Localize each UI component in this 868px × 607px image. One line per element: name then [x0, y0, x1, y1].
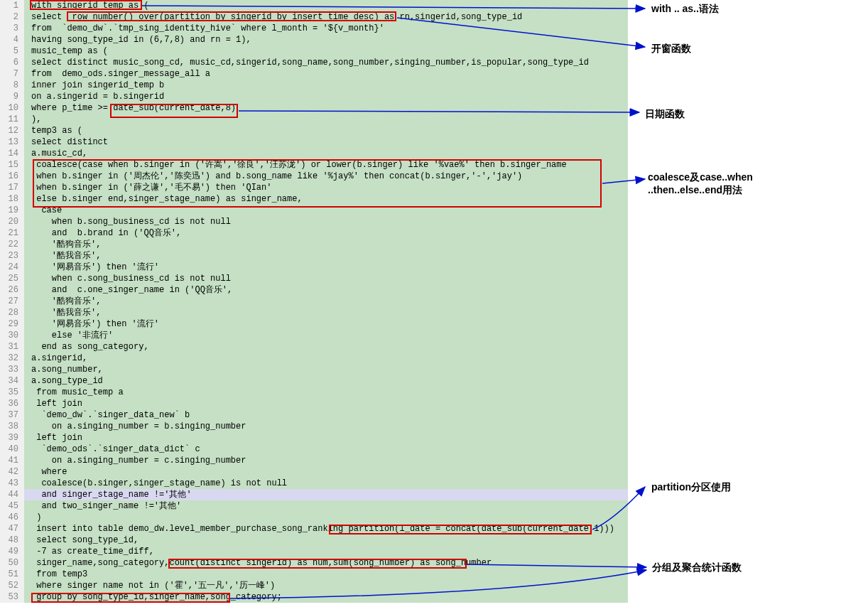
code-line[interactable]: 25 when c.song_business_cd is not null: [0, 273, 628, 284]
code-text[interactable]: left join: [24, 432, 628, 444]
code-line[interactable]: 23 '酷我音乐',: [0, 250, 628, 262]
code-text[interactable]: else '非流行': [24, 330, 628, 341]
code-line[interactable]: 50 singer_name,song_category,count(disti…: [0, 557, 628, 569]
code-text[interactable]: select distinct: [24, 136, 628, 148]
code-text[interactable]: from music_temp a: [24, 387, 628, 398]
code-text[interactable]: '酷狗音乐',: [24, 239, 628, 250]
code-text[interactable]: music_temp as (: [24, 45, 628, 57]
code-text[interactable]: '酷我音乐',: [24, 250, 628, 262]
code-text[interactable]: else b.singer end,singer_stage_name) as …: [24, 193, 628, 205]
code-text[interactable]: and singer_stage_name !='其他': [24, 489, 628, 500]
code-line[interactable]: 9on a.singerid = b.singerid: [0, 91, 628, 102]
code-text[interactable]: insert into table demo_dw.level_member_p…: [24, 523, 628, 535]
code-text[interactable]: having song_type_id in (6,7,8) and rn = …: [24, 34, 628, 45]
code-text[interactable]: where singer name not in ('霍','五一凡','历一峰…: [24, 580, 628, 591]
code-text[interactable]: a.singerid,: [24, 353, 628, 364]
code-line[interactable]: 28 '酷我音乐',: [0, 307, 628, 318]
code-text[interactable]: from demo_ods.singer_message_all a: [24, 68, 628, 80]
code-line[interactable]: 16 when b.singer in ('周杰伦','陈奕迅') and b.…: [0, 171, 628, 182]
code-line[interactable]: 40 `demo_ods`.`singer_data_dict` c: [0, 444, 628, 455]
code-line[interactable]: 44 and singer_stage_name !='其他': [0, 489, 628, 500]
code-line[interactable]: 48 select song_type_id,: [0, 535, 628, 546]
code-text[interactable]: '网易音乐') then '流行': [24, 262, 628, 273]
code-text[interactable]: left join: [24, 398, 628, 409]
code-text[interactable]: and two_singer_name !='其他': [24, 500, 628, 512]
code-line[interactable]: 27 '酷狗音乐',: [0, 296, 628, 307]
code-line[interactable]: 33a.song_number,: [0, 364, 628, 375]
code-text[interactable]: group by song_type_id,singer_name,song_c…: [24, 591, 628, 603]
code-line[interactable]: 41 on a.singing_number = c.singing_numbe…: [0, 455, 628, 466]
code-line[interactable]: 47 insert into table demo_dw.level_membe…: [0, 523, 628, 535]
code-line[interactable]: 42 where: [0, 466, 628, 478]
code-line[interactable]: 36 left join: [0, 398, 628, 409]
code-line[interactable]: 39 left join: [0, 432, 628, 444]
code-text[interactable]: ),: [24, 114, 628, 125]
code-line[interactable]: 45 and two_singer_name !='其他': [0, 500, 628, 512]
code-line[interactable]: 43 coalesce(b.singer,singer_stage_name) …: [0, 478, 628, 489]
code-text[interactable]: when b.singer in ('周杰伦','陈奕迅') and b.son…: [24, 171, 628, 182]
code-line[interactable]: 8inner join singerid_temp b: [0, 80, 628, 91]
code-text[interactable]: and b.brand in ('QQ音乐',: [24, 227, 628, 239]
code-text[interactable]: `demo_ods`.`singer_data_dict` c: [24, 444, 628, 455]
code-line[interactable]: 37 `demo_dw`.`singer_data_new` b: [0, 409, 628, 421]
code-line[interactable]: 46 ): [0, 512, 628, 523]
code-text[interactable]: '酷我音乐',: [24, 307, 628, 318]
code-text[interactable]: on a.singing_number = c.singing_number: [24, 455, 628, 466]
code-line[interactable]: 10where p_time >= date_sub(current_date,…: [0, 102, 628, 114]
code-line[interactable]: 34a.song_type_id: [0, 375, 628, 387]
code-text[interactable]: '网易音乐') then '流行': [24, 318, 628, 330]
code-line[interactable]: 11),: [0, 114, 628, 125]
code-text[interactable]: temp3 as (: [24, 125, 628, 136]
code-text[interactable]: coalesce(b.singer,singer_stage_name) is …: [24, 478, 628, 489]
code-line[interactable]: 29 '网易音乐') then '流行': [0, 318, 628, 330]
code-line[interactable]: 6select distinct music_song_cd, music_cd…: [0, 57, 628, 68]
code-line[interactable]: 18 else b.singer end,singer_stage_name) …: [0, 193, 628, 205]
code-text[interactable]: case: [24, 205, 628, 216]
code-line[interactable]: 14a.music_cd,: [0, 148, 628, 159]
code-line[interactable]: 22 '酷狗音乐',: [0, 239, 628, 250]
code-line[interactable]: 38 on a.singing_number = b.singing_numbe…: [0, 421, 628, 432]
code-text[interactable]: from `demo_dw`.`tmp_sing_identity_hive` …: [24, 23, 628, 34]
code-text[interactable]: a.song_number,: [24, 364, 628, 375]
code-text[interactable]: where: [24, 466, 628, 478]
code-line[interactable]: 35 from music_temp a: [0, 387, 628, 398]
code-editor[interactable]: 1with singerid temp as (2select row_numb…: [0, 0, 628, 603]
code-line[interactable]: 30 else '非流行': [0, 330, 628, 341]
code-text[interactable]: select song_type_id,: [24, 535, 628, 546]
code-text[interactable]: inner join singerid_temp b: [24, 80, 628, 91]
code-line[interactable]: 4having song_type_id in (6,7,8) and rn =…: [0, 34, 628, 45]
code-line[interactable]: 49 -7 as create_time_diff,: [0, 546, 628, 557]
code-line[interactable]: 51 from temp3: [0, 569, 628, 580]
code-text[interactable]: where p_time >= date_sub(current_date,8): [24, 102, 628, 114]
code-line[interactable]: 20 when b.song_business_cd is not null: [0, 216, 628, 227]
code-text[interactable]: singer_name,song_category,count(distinct…: [24, 557, 628, 569]
code-line[interactable]: 5music_temp as (: [0, 45, 628, 57]
code-text[interactable]: `demo_dw`.`singer_data_new` b: [24, 409, 628, 421]
code-line[interactable]: 53 group by song_type_id,singer_name,son…: [0, 591, 628, 603]
code-text[interactable]: when b.singer in ('薛之谦','毛不易') then 'QIa…: [24, 182, 628, 193]
code-line[interactable]: 26 and c.one_singer_name in ('QQ音乐',: [0, 284, 628, 296]
code-line[interactable]: 7from demo_ods.singer_message_all a: [0, 68, 628, 80]
code-text[interactable]: from temp3: [24, 569, 628, 580]
code-line[interactable]: 19 case: [0, 205, 628, 216]
code-text[interactable]: select row_number() over(partition by si…: [24, 11, 628, 23]
code-line[interactable]: 1with singerid temp as (: [0, 0, 628, 11]
code-text[interactable]: when b.song_business_cd is not null: [24, 216, 628, 227]
code-text[interactable]: when c.song_business_cd is not null: [24, 273, 628, 284]
code-text[interactable]: '酷狗音乐',: [24, 296, 628, 307]
code-line[interactable]: 3from `demo_dw`.`tmp_sing_identity_hive`…: [0, 23, 628, 34]
code-line[interactable]: 12temp3 as (: [0, 125, 628, 136]
code-text[interactable]: -7 as create_time_diff,: [24, 546, 628, 557]
code-text[interactable]: on a.singerid = b.singerid: [24, 91, 628, 102]
code-line[interactable]: 52 where singer name not in ('霍','五一凡','…: [0, 580, 628, 591]
code-line[interactable]: 13select distinct: [0, 136, 628, 148]
code-text[interactable]: a.music_cd,: [24, 148, 628, 159]
code-line[interactable]: 24 '网易音乐') then '流行': [0, 262, 628, 273]
code-line[interactable]: 15 coalesce(case when b.singer in ('许嵩',…: [0, 159, 628, 171]
code-text[interactable]: a.song_type_id: [24, 375, 628, 387]
code-text[interactable]: on a.singing_number = b.singing_number: [24, 421, 628, 432]
code-text[interactable]: end as song_category,: [24, 341, 628, 353]
code-text[interactable]: select distinct music_song_cd, music_cd,…: [24, 57, 628, 68]
code-line[interactable]: 31 end as song_category,: [0, 341, 628, 353]
code-line[interactable]: 2select row_number() over(partition by s…: [0, 11, 628, 23]
